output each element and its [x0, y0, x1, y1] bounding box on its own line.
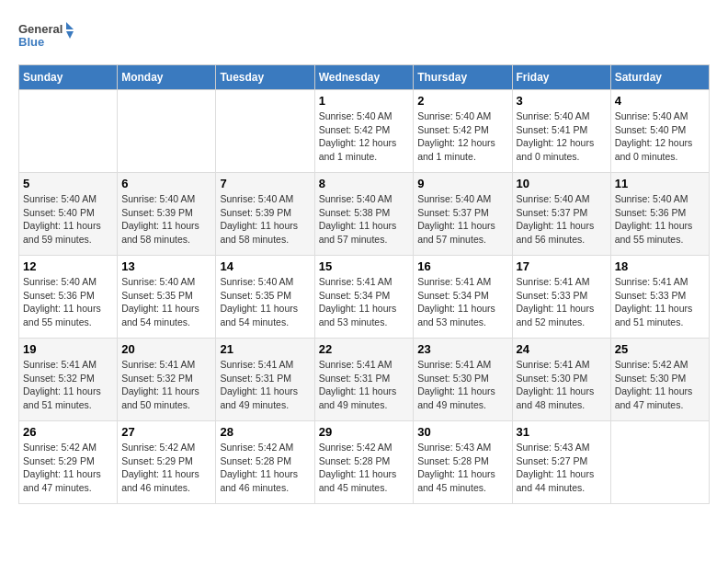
day-info: Sunrise: 5:40 AM Sunset: 5:35 PM Dayligh… — [220, 275, 310, 329]
calendar-cell: 27Sunrise: 5:42 AM Sunset: 5:29 PM Dayli… — [118, 421, 216, 504]
calendar-cell: 8Sunrise: 5:40 AM Sunset: 5:38 PM Daylig… — [314, 173, 414, 256]
day-number: 25 — [615, 342, 705, 356]
calendar-cell: 26Sunrise: 5:42 AM Sunset: 5:29 PM Dayli… — [19, 421, 118, 504]
calendar-cell: 18Sunrise: 5:41 AM Sunset: 5:33 PM Dayli… — [610, 256, 709, 339]
calendar-cell: 9Sunrise: 5:40 AM Sunset: 5:37 PM Daylig… — [414, 173, 512, 256]
day-number: 18 — [615, 259, 705, 273]
logo-svg: General Blue — [18, 18, 74, 55]
calendar-cell: 4Sunrise: 5:40 AM Sunset: 5:40 PM Daylig… — [610, 90, 709, 173]
calendar-cell: 19Sunrise: 5:41 AM Sunset: 5:32 PM Dayli… — [19, 339, 118, 421]
day-header-friday: Friday — [512, 65, 610, 90]
day-number: 2 — [417, 94, 507, 108]
day-number: 7 — [220, 177, 310, 190]
day-number: 19 — [23, 342, 113, 356]
day-number: 27 — [121, 425, 211, 439]
day-info: Sunrise: 5:43 AM Sunset: 5:28 PM Dayligh… — [417, 441, 507, 495]
day-header-tuesday: Tuesday — [216, 65, 314, 90]
day-number: 28 — [220, 425, 310, 439]
calendar-cell: 5Sunrise: 5:40 AM Sunset: 5:40 PM Daylig… — [19, 173, 118, 256]
day-info: Sunrise: 5:40 AM Sunset: 5:35 PM Dayligh… — [121, 275, 211, 329]
day-number: 12 — [23, 259, 113, 273]
calendar-week-row: 19Sunrise: 5:41 AM Sunset: 5:32 PM Dayli… — [19, 339, 710, 421]
day-info: Sunrise: 5:41 AM Sunset: 5:31 PM Dayligh… — [220, 358, 310, 412]
calendar-cell: 6Sunrise: 5:40 AM Sunset: 5:39 PM Daylig… — [118, 173, 216, 256]
day-info: Sunrise: 5:40 AM Sunset: 5:36 PM Dayligh… — [615, 192, 705, 247]
svg-text:General: General — [18, 22, 63, 36]
calendar-cell — [19, 90, 118, 173]
day-info: Sunrise: 5:42 AM Sunset: 5:30 PM Dayligh… — [615, 358, 705, 412]
day-info: Sunrise: 5:40 AM Sunset: 5:36 PM Dayligh… — [23, 275, 113, 329]
calendar-cell: 24Sunrise: 5:41 AM Sunset: 5:30 PM Dayli… — [512, 339, 610, 421]
day-number: 20 — [121, 342, 211, 356]
day-header-saturday: Saturday — [610, 65, 709, 90]
day-info: Sunrise: 5:41 AM Sunset: 5:30 PM Dayligh… — [417, 358, 507, 412]
day-number: 22 — [319, 342, 410, 356]
day-info: Sunrise: 5:41 AM Sunset: 5:30 PM Dayligh… — [517, 358, 607, 412]
calendar-cell: 12Sunrise: 5:40 AM Sunset: 5:36 PM Dayli… — [19, 256, 118, 339]
calendar-cell: 2Sunrise: 5:40 AM Sunset: 5:42 PM Daylig… — [414, 90, 512, 173]
calendar-cell: 22Sunrise: 5:41 AM Sunset: 5:31 PM Dayli… — [314, 339, 414, 421]
day-info: Sunrise: 5:41 AM Sunset: 5:34 PM Dayligh… — [417, 275, 507, 329]
day-number: 23 — [417, 342, 507, 356]
calendar-week-row: 5Sunrise: 5:40 AM Sunset: 5:40 PM Daylig… — [19, 173, 710, 256]
day-header-wednesday: Wednesday — [314, 65, 414, 90]
logo: General Blue — [18, 18, 74, 55]
day-number: 1 — [319, 94, 410, 108]
calendar-cell: 25Sunrise: 5:42 AM Sunset: 5:30 PM Dayli… — [610, 339, 709, 421]
day-number: 30 — [417, 425, 507, 439]
calendar-cell: 23Sunrise: 5:41 AM Sunset: 5:30 PM Dayli… — [414, 339, 512, 421]
calendar-cell: 11Sunrise: 5:40 AM Sunset: 5:36 PM Dayli… — [610, 173, 709, 256]
day-number: 4 — [615, 94, 705, 108]
calendar-cell: 30Sunrise: 5:43 AM Sunset: 5:28 PM Dayli… — [414, 421, 512, 504]
day-number: 29 — [319, 425, 410, 439]
calendar-cell: 1Sunrise: 5:40 AM Sunset: 5:42 PM Daylig… — [314, 90, 414, 173]
day-header-sunday: Sunday — [19, 65, 118, 90]
calendar-cell: 21Sunrise: 5:41 AM Sunset: 5:31 PM Dayli… — [216, 339, 314, 421]
day-info: Sunrise: 5:40 AM Sunset: 5:40 PM Dayligh… — [23, 192, 113, 247]
day-info: Sunrise: 5:40 AM Sunset: 5:39 PM Dayligh… — [121, 192, 211, 247]
day-info: Sunrise: 5:41 AM Sunset: 5:31 PM Dayligh… — [319, 358, 410, 412]
calendar-cell: 29Sunrise: 5:42 AM Sunset: 5:28 PM Dayli… — [314, 421, 414, 504]
day-number: 10 — [517, 177, 607, 190]
day-info: Sunrise: 5:42 AM Sunset: 5:29 PM Dayligh… — [23, 441, 113, 495]
calendar-cell: 20Sunrise: 5:41 AM Sunset: 5:32 PM Dayli… — [118, 339, 216, 421]
day-info: Sunrise: 5:43 AM Sunset: 5:27 PM Dayligh… — [517, 441, 607, 495]
day-number: 31 — [517, 425, 607, 439]
day-number: 14 — [220, 259, 310, 273]
day-number: 6 — [121, 177, 211, 190]
calendar-cell: 13Sunrise: 5:40 AM Sunset: 5:35 PM Dayli… — [118, 256, 216, 339]
calendar-table: SundayMondayTuesdayWednesdayThursdayFrid… — [18, 64, 710, 504]
calendar-week-row: 12Sunrise: 5:40 AM Sunset: 5:36 PM Dayli… — [19, 256, 710, 339]
day-number: 11 — [615, 177, 705, 190]
day-info: Sunrise: 5:40 AM Sunset: 5:42 PM Dayligh… — [417, 109, 507, 164]
svg-text:Blue: Blue — [18, 35, 44, 49]
calendar-cell: 7Sunrise: 5:40 AM Sunset: 5:39 PM Daylig… — [216, 173, 314, 256]
day-number: 3 — [517, 94, 607, 108]
calendar-week-row: 26Sunrise: 5:42 AM Sunset: 5:29 PM Dayli… — [19, 421, 710, 504]
calendar-cell — [610, 421, 709, 504]
day-info: Sunrise: 5:40 AM Sunset: 5:37 PM Dayligh… — [517, 192, 607, 247]
day-info: Sunrise: 5:40 AM Sunset: 5:39 PM Dayligh… — [220, 192, 310, 247]
day-number: 21 — [220, 342, 310, 356]
calendar-cell: 3Sunrise: 5:40 AM Sunset: 5:41 PM Daylig… — [512, 90, 610, 173]
calendar-week-row: 1Sunrise: 5:40 AM Sunset: 5:42 PM Daylig… — [19, 90, 710, 173]
calendar-cell: 28Sunrise: 5:42 AM Sunset: 5:28 PM Dayli… — [216, 421, 314, 504]
calendar-cell: 16Sunrise: 5:41 AM Sunset: 5:34 PM Dayli… — [414, 256, 512, 339]
day-info: Sunrise: 5:40 AM Sunset: 5:38 PM Dayligh… — [319, 192, 410, 247]
day-number: 8 — [319, 177, 410, 190]
day-number: 26 — [23, 425, 113, 439]
calendar-cell — [118, 90, 216, 173]
day-header-monday: Monday — [118, 65, 216, 90]
calendar-cell: 10Sunrise: 5:40 AM Sunset: 5:37 PM Dayli… — [512, 173, 610, 256]
day-number: 9 — [417, 177, 507, 190]
day-info: Sunrise: 5:41 AM Sunset: 5:34 PM Dayligh… — [319, 275, 410, 329]
calendar-cell: 17Sunrise: 5:41 AM Sunset: 5:33 PM Dayli… — [512, 256, 610, 339]
day-header-thursday: Thursday — [414, 65, 512, 90]
calendar-cell: 14Sunrise: 5:40 AM Sunset: 5:35 PM Dayli… — [216, 256, 314, 339]
day-info: Sunrise: 5:41 AM Sunset: 5:33 PM Dayligh… — [517, 275, 607, 329]
day-number: 17 — [517, 259, 607, 273]
svg-marker-3 — [66, 31, 74, 39]
svg-marker-2 — [66, 22, 74, 29]
day-number: 16 — [417, 259, 507, 273]
day-info: Sunrise: 5:42 AM Sunset: 5:29 PM Dayligh… — [121, 441, 211, 495]
